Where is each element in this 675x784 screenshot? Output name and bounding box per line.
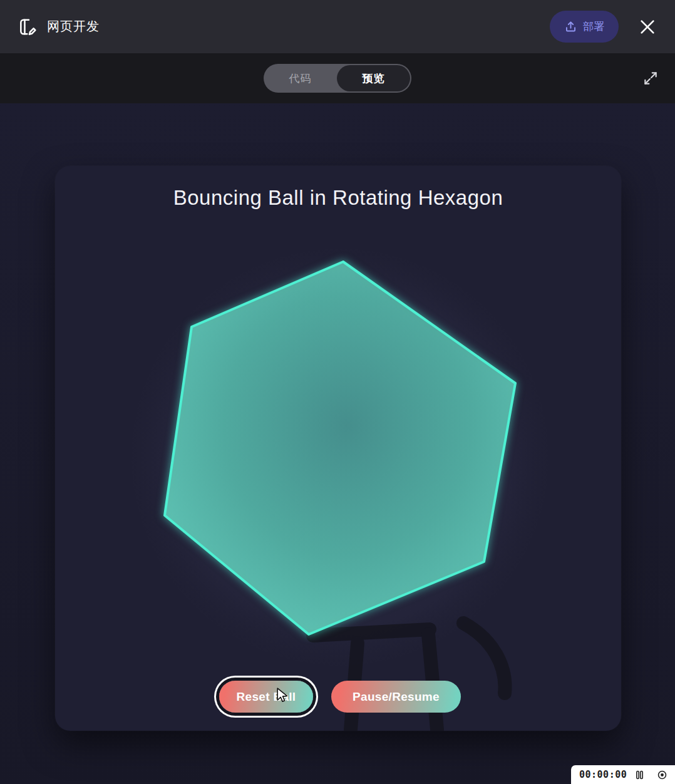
header-right: 部署 (550, 11, 659, 43)
recorder-timer: 00:00:00 (579, 769, 627, 780)
app-title: 网页开发 (47, 18, 100, 35)
header-left: 网页开发 (18, 17, 100, 37)
preview-card: Bouncing Ball in Rotating Hexagon (55, 166, 621, 731)
controls-row: Reset Ball Pause/Resume (55, 678, 621, 716)
close-icon (637, 17, 657, 37)
app-header: 网页开发 部署 (0, 0, 675, 53)
upload-icon (564, 20, 577, 33)
pause-icon (634, 770, 645, 780)
recorder-pause-button[interactable] (634, 770, 645, 780)
screen-recorder-bar: 00:00:00 (571, 765, 675, 784)
hexagon-canvas (55, 166, 621, 731)
code-preview-toggle: 代码 预览 (264, 64, 411, 93)
tab-code[interactable]: 代码 (264, 64, 337, 93)
preview-stage: Bouncing Ball in Rotating Hexagon (0, 103, 675, 784)
record-icon (657, 770, 667, 780)
expand-diagonal-icon (642, 70, 659, 86)
app-window: 网页开发 部署 (0, 0, 675, 784)
pause-resume-button[interactable]: Pause/Resume (331, 681, 461, 713)
close-button[interactable] (636, 16, 659, 38)
tab-preview[interactable]: 预览 (337, 65, 410, 91)
deploy-label: 部署 (583, 19, 604, 34)
recorder-record-button[interactable] (657, 770, 667, 780)
expand-button[interactable] (642, 70, 659, 86)
page-title: Bouncing Ball in Rotating Hexagon (55, 186, 621, 210)
reset-ball-button[interactable]: Reset Ball (219, 681, 313, 713)
deploy-button[interactable]: 部署 (550, 11, 619, 43)
code-editor-pen-icon (18, 17, 38, 37)
view-toggle-bar: 代码 预览 (0, 53, 675, 103)
